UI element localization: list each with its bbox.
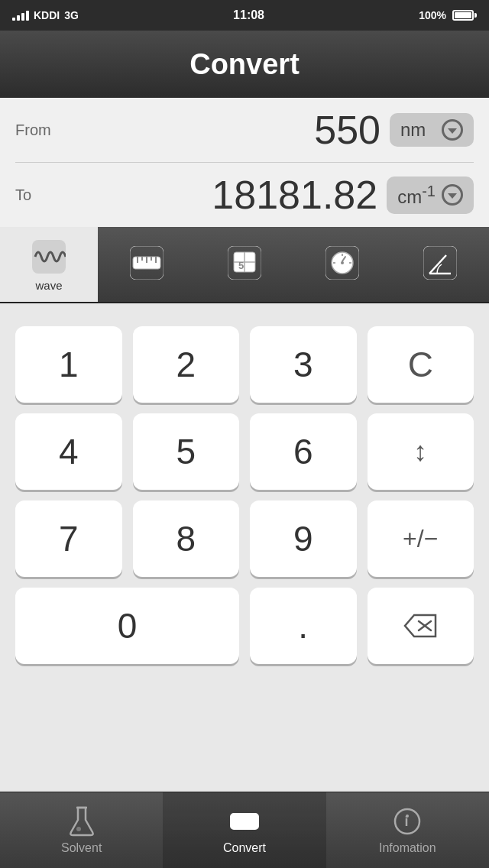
converter-section: From 550 nm To 18181.82 cm-1 [0,98,489,227]
to-unit-selector[interactable]: cm-1 [387,177,474,214]
category-wave-label: wave [35,279,62,292]
category-wave[interactable]: wave [0,227,98,302]
from-unit-selector[interactable]: nm [390,113,474,147]
category-pressure[interactable] [293,227,391,302]
key-sign[interactable]: +/− [368,500,474,577]
network-label: 3G [64,9,79,21]
to-unit-text: cm-1 [397,183,436,208]
ruler-tab-icon [229,806,260,837]
status-left: KDDI 3G [12,9,79,21]
key-5[interactable]: 5 [133,413,240,490]
to-value: 18181.82 [69,172,377,218]
category-weight[interactable]: 5 [196,227,293,302]
flask-icon [66,806,97,837]
spacer-top [0,303,489,326]
angle-icon [421,244,459,282]
category-length[interactable] [98,227,196,302]
key-9[interactable]: 9 [250,500,357,577]
spacer-bottom [0,664,489,687]
key-3[interactable]: 3 [250,326,357,403]
key-7[interactable]: 7 [15,500,122,577]
from-value: 550 [69,107,381,153]
keypad: 1 2 3 C 4 5 6 ↕ 7 8 9 +/− 0 . [0,326,489,664]
tab-solvent-label: Solvent [61,841,102,855]
from-label: From [15,121,69,139]
battery-icon [452,10,477,21]
tab-convert[interactable]: Convert [163,792,325,868]
key-swap[interactable]: ↕ [368,413,474,490]
key-2[interactable]: 2 [133,326,240,403]
page-title: Convert [189,48,300,81]
from-unit-chevron-icon [442,119,463,141]
tab-solvent[interactable]: Solvent [0,792,163,868]
category-angle[interactable] [391,227,489,302]
status-bar: KDDI 3G 11:08 100% [0,0,489,31]
ruler-icon [128,244,166,282]
time-label: 11:08 [233,8,264,22]
to-row: To 18181.82 cm-1 [0,163,489,227]
key-decimal[interactable]: . [250,588,357,664]
key-backspace[interactable] [368,588,474,664]
key-1[interactable]: 1 [15,326,122,403]
svg-text:5: 5 [238,260,244,271]
key-clear[interactable]: C [368,326,474,403]
signal-bars-icon [12,10,29,21]
svg-point-35 [406,815,409,818]
key-6[interactable]: 6 [250,413,357,490]
status-right: 100% [419,9,477,21]
tab-bar: Solvent Convert i Infomation [0,792,489,868]
nav-bar: Convert [0,31,489,98]
key-0[interactable]: 0 [15,588,239,664]
tab-information-label: Infomation [379,841,436,855]
category-bar: wave 5 [0,227,489,303]
weight-icon: 5 [225,244,264,282]
to-label: To [15,186,69,204]
info-icon: i [392,806,423,837]
key-4[interactable]: 4 [15,413,122,490]
wave-icon [30,238,68,276]
svg-point-26 [76,827,81,831]
tab-convert-label: Convert [223,841,266,855]
carrier-label: KDDI [34,9,60,21]
battery-percent: 100% [419,9,446,21]
pressure-icon [323,244,361,282]
to-unit-chevron-icon [442,184,463,206]
tab-information[interactable]: i Infomation [326,792,489,868]
key-8[interactable]: 8 [133,500,240,577]
from-row: From 550 nm [0,98,489,162]
from-unit-text: nm [400,119,426,141]
